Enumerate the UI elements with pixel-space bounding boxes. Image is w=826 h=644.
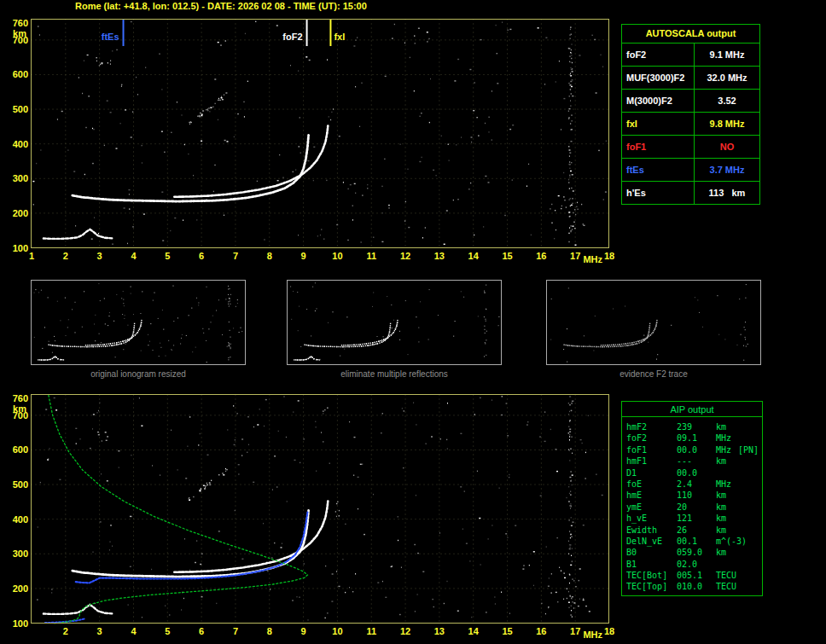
svg-text:14: 14 — [468, 251, 480, 261]
aip-param-label: D1 — [622, 467, 677, 479]
aip-param-unit: TECU — [716, 581, 762, 592]
aip-param-unit: km — [716, 455, 762, 467]
svg-text:760: 760 — [13, 393, 28, 403]
aip-param-label: foE — [622, 479, 677, 490]
svg-text:10: 10 — [332, 626, 342, 636]
aip-param-value: 09.1 — [677, 432, 716, 444]
svg-text:13: 13 — [434, 251, 445, 261]
thumbnail-f2-trace-evidence — [546, 280, 761, 365]
autoscala-param-label: foF1 — [622, 136, 694, 158]
autoscala-output-title: AUTOSCALA output — [622, 25, 759, 43]
svg-text:3: 3 — [97, 251, 102, 261]
aip-row: DelN_vE00.1m^(-3) — [622, 536, 762, 547]
aip-param-value: 26 — [677, 525, 716, 536]
page-title: Rome (lat: +41.8, lon: 012.5) - DATE: 20… — [75, 1, 367, 11]
svg-text:16: 16 — [536, 626, 546, 636]
thumbnail-content — [550, 284, 748, 363]
aip-param-value: 121 — [677, 513, 716, 524]
svg-text:6: 6 — [199, 626, 204, 636]
svg-text:MHz: MHz — [583, 629, 602, 640]
aip-param-label: foF2 — [622, 432, 677, 444]
autoscala-param-label: MUF(3000)F2 — [622, 67, 694, 89]
aip-row: hmE110km — [622, 490, 762, 501]
aip-row: h_vE121km — [622, 513, 762, 524]
svg-text:760: 760 — [13, 18, 28, 28]
svg-text:200: 200 — [13, 583, 28, 594]
svg-text:1: 1 — [29, 251, 34, 261]
aip-row: hmF2239km — [622, 421, 762, 432]
thumbnail-caption-filtered: eliminate multiple reflections — [287, 369, 502, 379]
svg-text:7: 7 — [233, 626, 238, 636]
aip-param-unit: km — [716, 421, 762, 432]
thumbnail-f2trace-canvas — [547, 281, 760, 364]
aip-param-value: --- — [677, 455, 716, 467]
autoscala-param-value: NO — [695, 136, 759, 158]
svg-text:7: 7 — [233, 251, 238, 261]
svg-text:15: 15 — [502, 251, 512, 261]
svg-text:14: 14 — [468, 626, 480, 636]
aip-param-unit: km — [716, 547, 762, 558]
aip-param-value: 2.4 — [677, 479, 716, 490]
aip-param-value: 20 — [677, 502, 716, 513]
svg-text:400: 400 — [13, 139, 28, 149]
aip-param-unit: m^(-3) — [716, 536, 762, 547]
trace-sporadic-e-trace — [44, 229, 113, 239]
trace-sporadic-e-trace — [44, 605, 113, 614]
svg-text:6: 6 — [199, 251, 204, 261]
autoscala-param-label: M(3000)F2 — [622, 90, 694, 112]
svg-text:300: 300 — [13, 548, 28, 559]
aip-param-unit: MHz[PN] — [716, 444, 762, 455]
autoscala-param-label: ftEs — [622, 159, 694, 181]
aip-row: hmF1---km — [622, 455, 762, 467]
aip-row: B102.0 — [622, 559, 762, 570]
echo-noise — [37, 396, 602, 620]
aip-param-value: 00.0 — [677, 444, 716, 455]
svg-text:MHz: MHz — [583, 254, 602, 264]
thumbnail-content — [34, 283, 243, 363]
svg-text:10: 10 — [332, 251, 342, 261]
aip-row: Ewidth26km — [622, 525, 762, 536]
aip-rows: hmF2239kmfoF209.1MHzfoF100.0MHz[PN]hmF1-… — [622, 421, 762, 593]
marker-label-foF2: foF2 — [282, 32, 302, 42]
svg-text:8: 8 — [267, 251, 272, 261]
autoscala-param-value: 32.0 MHz — [695, 67, 759, 89]
svg-text:600: 600 — [13, 444, 28, 455]
aip-row: foE2.4MHz — [622, 479, 762, 490]
marker-label-fxI: fxI — [334, 32, 345, 42]
thumbnail-original-canvas — [32, 281, 245, 364]
thumbnail-multiple-reflections-removed — [287, 280, 502, 365]
aip-row: ymE20km — [622, 502, 762, 513]
svg-text:4: 4 — [131, 251, 137, 261]
svg-text:km: km — [13, 403, 26, 414]
svg-text:13: 13 — [434, 626, 445, 636]
autoscala-param-value: 9.8 MHz — [695, 113, 759, 135]
aip-param-note: [PN] — [738, 445, 759, 455]
autoscala-param-value: 3.52 — [695, 90, 759, 112]
autoscala-window: Rome (lat: +41.8, lon: 012.5) - DATE: 20… — [0, 0, 826, 644]
autoscala-param-value: 113 km — [695, 182, 759, 204]
svg-text:600: 600 — [13, 69, 28, 79]
svg-text:500: 500 — [13, 104, 28, 114]
svg-text:17: 17 — [570, 251, 580, 261]
svg-text:18: 18 — [604, 251, 614, 261]
autoscala-param-value: 9.1 MHz — [695, 44, 759, 66]
aip-row: foF100.0MHz[PN] — [622, 444, 762, 455]
trace-electron-density-profile — [49, 395, 308, 624]
aip-row: D100.0 — [622, 467, 762, 479]
aip-param-label: hmF2 — [622, 421, 677, 432]
svg-text:km: km — [13, 28, 26, 38]
aip-row: B0059.0km — [622, 547, 762, 558]
thumbnail-content — [290, 282, 499, 360]
aip-param-value: 010.0 — [677, 581, 716, 592]
aip-param-unit: km — [716, 502, 762, 513]
main-ionogram-plot: ftEsfoF2fxI123456789101112131415161718MH… — [0, 14, 618, 266]
aip-param-unit: km — [716, 525, 762, 536]
aip-param-unit — [716, 467, 762, 479]
autoscala-param-label: h'Es — [622, 182, 694, 204]
aip-param-label: Ewidth — [622, 525, 677, 536]
aip-param-label: B0 — [622, 547, 677, 558]
aip-param-value: 00.1 — [677, 536, 716, 547]
aip-param-value: 110 — [677, 490, 716, 501]
thumbnail-filtered-canvas — [288, 281, 501, 364]
trace-f2-ordinary-trace — [73, 136, 309, 202]
